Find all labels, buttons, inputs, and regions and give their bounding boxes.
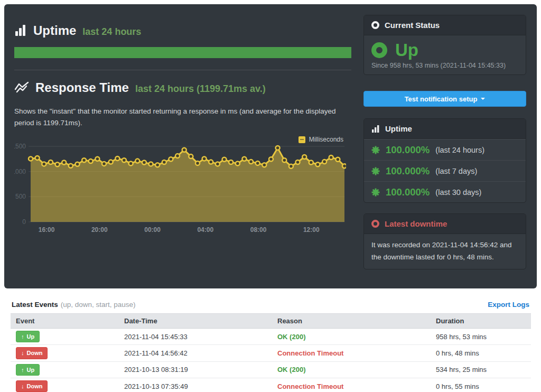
arrow-up-icon: ↑ <box>21 333 24 340</box>
events-table: Event Date-Time Reason Duration ↑Up2021-… <box>11 313 531 392</box>
uptime-subtitle: last 24 hours <box>82 26 141 38</box>
event-badge: ↓Down <box>16 347 48 359</box>
latest-events-subtitle: (up, down, start, pause) <box>61 301 136 309</box>
status-since-text: Since 958 hrs, 53 mins (2021-11-04 15:45… <box>371 62 518 69</box>
event-badge: ↑Up <box>16 331 40 342</box>
bar-chart-icon <box>14 24 27 37</box>
uptime-period-30d: (last 30 days) <box>435 188 481 197</box>
latest-downtime-text: It was recorded on 2021-11-04 14:56:42 a… <box>364 234 526 269</box>
test-notification-button[interactable]: Test notification setup <box>363 91 526 107</box>
latest-downtime-header: Latest downtime <box>364 214 526 234</box>
svg-text:12:00: 12:00 <box>303 226 320 234</box>
svg-text:1000: 1000 <box>14 168 26 175</box>
section-divider <box>14 70 351 70</box>
response-time-description: Shows the "instant" that the monitor sta… <box>14 106 357 129</box>
svg-text:500: 500 <box>15 193 26 200</box>
arrow-down-icon: ↓ <box>21 349 24 357</box>
event-datetime: 2021-10-13 07:35:49 <box>119 378 272 392</box>
event-reason: OK (200) <box>277 333 305 341</box>
export-logs-link[interactable]: Export Logs <box>488 301 529 309</box>
activity-icon <box>14 81 29 94</box>
event-reason: Connection Timeout <box>277 382 343 390</box>
svg-text:00:00: 00:00 <box>144 226 161 234</box>
event-datetime: 2021-11-04 15:45:33 <box>119 329 272 345</box>
table-row: ↑Up2021-10-13 08:31:19OK (200)534 hrs, 2… <box>11 361 531 378</box>
gear-burst-icon <box>371 167 380 175</box>
latest-events-title: Latest Events <box>12 301 58 309</box>
response-time-subtitle: last 24 hours (1199.71ms av.) <box>135 83 266 95</box>
uptime-stats-header: Uptime <box>364 119 526 139</box>
uptime-pct-24h: 100.000% <box>386 144 430 156</box>
table-row: ↑Up2021-11-04 15:45:33OK (200)958 hrs, 5… <box>11 329 531 345</box>
event-reason: Connection Timeout <box>277 349 343 357</box>
latest-downtime-card: Latest downtime It was recorded on 2021-… <box>363 213 526 269</box>
uptime-row-24h: 100.000% (last 24 hours) <box>364 139 526 160</box>
svg-text:08:00: 08:00 <box>250 226 267 234</box>
svg-text:04:00: 04:00 <box>197 226 213 234</box>
svg-text:1500: 1500 <box>14 144 26 150</box>
monitor-dashboard-panel: Uptime last 24 hours Response Time last … <box>4 4 537 288</box>
test-notification-label: Test notification setup <box>405 95 478 103</box>
latest-events-bar: Latest Events (up, down, start, pause) E… <box>12 301 529 309</box>
status-donut-icon <box>371 21 379 29</box>
table-row: ↓Down2021-11-04 14:56:42Connection Timeo… <box>11 345 531 361</box>
latest-downtime-header-label: Latest downtime <box>385 219 447 228</box>
arrow-down-icon: ↓ <box>21 382 24 390</box>
response-time-chart[interactable]: 05001000150016:0020:0000:0004:0008:0012:… <box>14 144 346 238</box>
uptime-stats-header-label: Uptime <box>385 124 412 133</box>
current-status-body: Up Since 958 hrs, 53 mins (2021-11-04 15… <box>364 35 526 74</box>
uptime-row-7d: 100.000% (last 7 days) <box>364 160 526 181</box>
col-event: Event <box>11 314 119 329</box>
event-duration: 958 hrs, 53 mins <box>431 329 531 345</box>
uptime-period-7d: (last 7 days) <box>435 167 477 175</box>
uptime-bar[interactable] <box>14 47 351 58</box>
event-badge: ↑Up <box>16 364 40 376</box>
uptime-section-header: Uptime last 24 hours <box>14 23 141 38</box>
col-duration: Duration <box>431 314 531 329</box>
event-duration: 0 hrs, 48 mins <box>431 345 531 361</box>
caret-down-icon <box>481 98 485 100</box>
event-badge: ↓Down <box>16 380 48 392</box>
response-time-title: Response Time <box>35 80 129 95</box>
response-time-section-header: Response Time last 24 hours (1199.71ms a… <box>14 80 266 95</box>
gear-burst-icon <box>371 188 380 197</box>
uptime-pct-30d: 100.000% <box>386 186 430 198</box>
uptime-title: Uptime <box>33 23 76 38</box>
event-reason: OK (200) <box>277 366 305 374</box>
uptime-stats-card: Uptime 100.000% (last 24 hours) 100.000%… <box>363 118 526 203</box>
downtime-donut-icon <box>371 220 379 228</box>
current-status-header: Current Status <box>364 15 526 35</box>
gear-burst-icon <box>371 146 380 154</box>
svg-text:20:00: 20:00 <box>91 226 108 234</box>
legend-swatch-icon <box>299 136 305 143</box>
table-row: ↓Down2021-10-13 07:35:49Connection Timeo… <box>11 378 531 392</box>
status-state: Up <box>395 40 418 60</box>
up-status-donut-icon <box>371 42 387 58</box>
uptime-period-24h: (last 24 hours) <box>435 146 484 154</box>
event-duration: 534 hrs, 25 mins <box>431 361 531 378</box>
col-datetime: Date-Time <box>119 314 272 329</box>
legend-label: Milliseconds <box>309 136 343 143</box>
uptime-row-30d: 100.000% (last 30 days) <box>364 181 526 202</box>
svg-text:16:00: 16:00 <box>39 226 55 234</box>
event-duration: 0 hrs, 55 mins <box>431 378 531 392</box>
events-table-header-row: Event Date-Time Reason Duration <box>11 314 531 329</box>
current-status-header-label: Current Status <box>385 21 440 30</box>
event-datetime: 2021-10-13 08:31:19 <box>119 361 272 378</box>
event-datetime: 2021-11-04 14:56:42 <box>119 345 272 361</box>
uptime-pct-7d: 100.000% <box>386 165 430 177</box>
chart-legend[interactable]: Milliseconds <box>299 136 343 143</box>
small-bar-chart-icon <box>371 125 380 133</box>
col-reason: Reason <box>272 314 431 329</box>
svg-text:0: 0 <box>22 218 26 226</box>
arrow-up-icon: ↑ <box>21 366 24 374</box>
current-status-card: Current Status Up Since 958 hrs, 53 mins… <box>363 15 526 75</box>
